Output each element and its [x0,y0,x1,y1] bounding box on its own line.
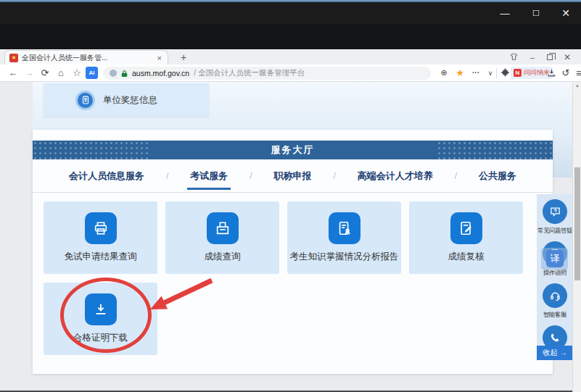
faq-label: 常见问题答疑 [537,227,572,235]
browser-restore-button[interactable] [542,49,558,64]
scrollbar-thumb[interactable] [574,167,580,280]
tab-public-services[interactable]: 公共服务 [477,165,518,187]
exemption-result-card[interactable]: 免试申请结果查询 [44,201,157,274]
window-minimize-button[interactable]: — [494,2,516,24]
restore-icon [547,54,553,60]
bookmark-star-icon[interactable]: ★ [453,64,467,81]
undo-icon[interactable]: ↺ [559,64,573,81]
card-label: 成绩查询 [205,251,241,263]
report-person-icon [329,212,360,244]
screen: — ☐ ✕ ★ 全国会计人员统一服务管... × + – ✕ ← → ⟳ ⌂ ☆… [0,0,581,392]
printer-icon [85,212,117,244]
tab-close-icon[interactable]: × [156,54,163,62]
edit-doc-icon [450,212,482,244]
toolbar-divider [496,68,497,78]
tab-title: 全国会计人员统一服务管... [22,53,152,63]
https-lock-icon [121,70,128,78]
bookmarks-panel-icon[interactable]: ☆ [70,64,84,81]
ai-extension-icon[interactable]: AI [86,67,98,79]
extensions-puzzle-icon[interactable] [498,64,512,81]
smart-service-label: 智能客服 [543,311,566,320]
back-icon[interactable]: ← [6,64,20,81]
browser-tabbar: ★ 全国会计人员统一服务管... × + – ✕ [0,49,581,64]
site-favicon-icon: ★ [9,54,18,62]
chevron-down-icon[interactable]: ∨ [483,64,498,81]
phone-icon [549,332,561,344]
help-sidebar: 常见问题答疑 操作说明 智能客服 技术咨询电话 [537,194,573,346]
more-extensions-icon[interactable]: ··· [469,64,483,81]
question-bubble-icon [549,206,561,218]
new-tab-button[interactable]: + [177,51,190,64]
service-tabs: 会计人员信息服务 / 考试服务 / 职称申报 / 高端会计人才培养 / 公共服务 [33,159,553,193]
tab-exam-services[interactable]: 考试服务 [189,165,229,187]
faq-item[interactable] [543,199,567,224]
scrollbar-up-icon[interactable]: ▲ [573,83,581,88]
zoom-icon[interactable]: ⊕ [437,64,451,81]
card-label: 免试申请结果查询 [65,251,137,263]
browser-close-button[interactable]: ✕ [559,49,575,64]
annotation-circle [60,278,152,353]
window-maximize-button[interactable]: ☐ [525,2,547,24]
wenwen-logo-icon: N [514,69,522,77]
download-tray-icon[interactable] [544,64,559,81]
browser-tab[interactable]: ★ 全国会计人员统一服务管... × [4,50,168,64]
window-titlebar: — ☐ ✕ [0,2,581,24]
translate-button[interactable]: 译 [546,250,564,267]
card-label: 成绩复核 [448,251,485,263]
card-label: 考生知识掌握情况分析报告 [290,251,399,263]
page-scrollbar[interactable]: ▲ [572,82,581,392]
tab-separator: / [333,171,335,181]
home-icon[interactable]: ⌂ [54,64,68,81]
service-hall-title: 服务大厅 [271,143,315,157]
tab-separator: / [455,171,457,181]
score-review-card[interactable]: 成绩复核 [409,201,523,274]
desktop-background [0,24,581,49]
tab-personnel-info[interactable]: 会计人员信息服务 [67,165,146,187]
manual-label: 操作说明 [543,269,566,278]
smart-service-item[interactable] [543,283,567,308]
reload-icon[interactable]: ⟳ [38,64,52,81]
site-info-icon[interactable] [110,70,117,77]
unit-rewards-card[interactable]: 单位奖惩信息 [44,83,209,117]
address-input[interactable]: ausm.mof.gov.cn / 全国会计人员统一服务管理平台 [103,67,431,80]
browser-addressbar: ← → ⟳ ⌂ ☆ AI ausm.mof.gov.cn / 全国会计人员统一服… [0,64,581,82]
browser-skin-icon[interactable] [506,49,522,64]
service-cards-row: 免试申请结果查询 成绩查询 [44,201,542,274]
print-query-icon [207,212,239,244]
knowledge-report-card[interactable]: 考生知识掌握情况分析报告 [287,201,401,274]
tab-separator: / [166,171,168,181]
tab-talent-training[interactable]: 高端会计人才培养 [356,165,434,187]
browser-minimize-button[interactable]: – [524,49,540,64]
url-site-name: / 全国会计人员统一服务管理平台 [194,68,305,78]
annotation-arrow [145,274,218,314]
forward-icon[interactable]: → [22,64,36,81]
service-hall-banner: 服务大厅 [33,141,553,159]
unit-rewards-label: 单位奖惩信息 [103,94,157,107]
sidebar-collapse-button[interactable]: 收起 → [537,346,573,360]
tab-separator: / [250,171,252,181]
headset-icon [549,290,561,302]
url-domain: ausm.mof.gov.cn [132,69,189,78]
certificate-badge-icon [75,91,95,110]
tab-title-declaration[interactable]: 职称申报 [272,165,313,187]
score-query-card[interactable]: 成绩查询 [165,201,279,274]
window-close-button[interactable]: ✕ [555,2,577,24]
web-page: 单位奖惩信息 服务大厅 会计人员信息服务 / 考试服务 / 职称申报 / 高端会… [0,82,581,392]
menu-icon[interactable]: ≡ [572,64,581,81]
